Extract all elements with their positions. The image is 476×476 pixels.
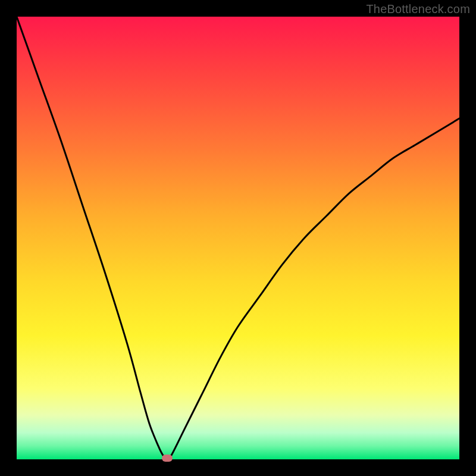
optimal-marker — [162, 455, 173, 462]
chart-area — [17, 17, 459, 459]
watermark-text: TheBottleneck.com — [366, 2, 470, 16]
bottleneck-curve — [17, 17, 459, 459]
